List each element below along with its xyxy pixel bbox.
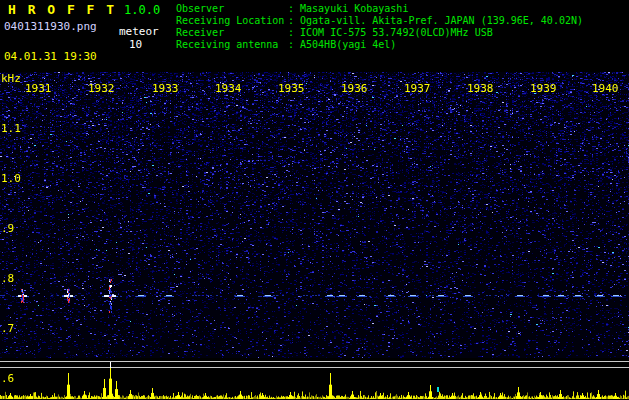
time-tick-label: 1938: [467, 82, 494, 95]
time-tick-label: 1931: [25, 82, 52, 95]
observation-datetime: 04.01.31 19:30: [4, 50, 97, 63]
antenna-label: Receiving antenna: [176, 39, 288, 51]
location-value: Ogata-vill. Akita-Pref. JAPAN (139.96E, …: [300, 15, 583, 26]
app-version: 1.0.0: [124, 3, 160, 17]
freq-axis-unit: kHz: [1, 72, 21, 85]
spectrogram-canvas: [0, 72, 629, 358]
output-filename: 0401311930.png: [4, 20, 97, 33]
freq-tick-label: 1.1: [1, 122, 21, 135]
signal-level-meter-canvas: [0, 358, 629, 400]
info-row-receiver: Receiver:ICOM IC-575 53.7492(0LCD)MHz US…: [176, 27, 583, 39]
hrofft-screen: H R O F F T 1.0.0 0401311930.png meteor …: [0, 0, 629, 400]
freq-tick-label: 1.0: [1, 172, 21, 185]
separator: :: [288, 3, 294, 14]
time-tick-label: 1935: [278, 82, 305, 95]
receiver-label: Receiver: [176, 27, 288, 39]
time-tick-label: 1936: [341, 82, 368, 95]
time-tick-label: 1933: [152, 82, 179, 95]
antenna-value: A504HB(yagi 4el): [300, 39, 396, 50]
location-label: Receiving Location: [176, 15, 288, 27]
time-tick-label: 1940: [592, 82, 619, 95]
freq-tick-label: .8: [1, 272, 14, 285]
meteor-count: 10: [129, 38, 142, 51]
observer-value: Masayuki Kobayashi: [300, 3, 408, 14]
time-tick-label: 1934: [215, 82, 242, 95]
info-row-observer: Observer:Masayuki Kobayashi: [176, 3, 583, 15]
app-title: H R O F F T: [8, 2, 116, 17]
observer-label: Observer: [176, 3, 288, 15]
info-row-location: Receiving Location:Ogata-vill. Akita-Pre…: [176, 15, 583, 27]
info-row-antenna: Receiving antenna:A504HB(yagi 4el): [176, 39, 583, 51]
receiver-value: ICOM IC-575 53.7492(0LCD)MHz USB: [300, 27, 493, 38]
separator: :: [288, 39, 294, 50]
time-tick-label: 1932: [88, 82, 115, 95]
freq-tick-label: .6: [1, 372, 14, 385]
time-tick-label: 1937: [404, 82, 431, 95]
separator: :: [288, 15, 294, 26]
separator: :: [288, 27, 294, 38]
time-tick-label: 1939: [530, 82, 557, 95]
station-info-block: Observer:Masayuki Kobayashi Receiving Lo…: [176, 3, 583, 51]
freq-tick-label: .7: [1, 322, 14, 335]
freq-tick-label: .9: [1, 222, 14, 235]
mode-label: meteor: [119, 25, 159, 38]
